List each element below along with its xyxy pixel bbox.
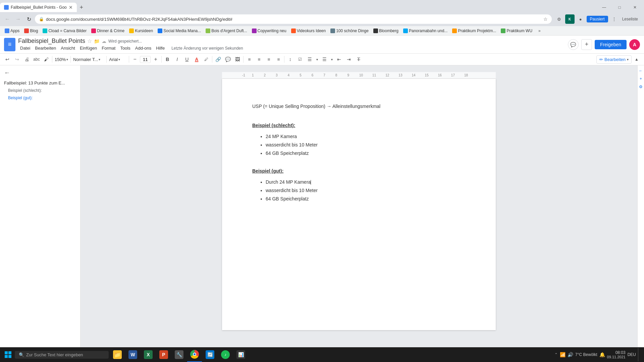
underline-button[interactable]: U <box>182 55 192 64</box>
list-item-3[interactable]: 64 GB Speicherplatz <box>266 150 466 157</box>
bookmark-praktikum2[interactable]: Praktikum WU <box>499 28 534 34</box>
bookmark-social[interactable]: Social Media Mana... <box>156 28 203 34</box>
address-bar[interactable]: 🔒 docs.google.com/document/d/1SWM69Bt4UT… <box>35 14 552 24</box>
bookmark-canva[interactable]: Cload = Canva Bilder <box>41 28 89 34</box>
style-dropdown[interactable]: Normaler T... ▾ <box>72 56 105 63</box>
user-avatar[interactable]: A <box>629 39 640 50</box>
paint-format-button[interactable]: 🖌 <box>42 55 51 64</box>
bookmark-blog[interactable]: Blog <box>22 28 40 34</box>
start-button[interactable] <box>1 348 15 361</box>
image-button[interactable]: 🖼 <box>233 55 242 64</box>
tray-language[interactable]: DEU <box>628 352 636 357</box>
justify-button[interactable]: ≡ <box>274 55 283 64</box>
align-right-button[interactable]: ≡ <box>264 55 273 64</box>
tray-time-date[interactable]: 08:03 09.11.2021 <box>607 350 626 359</box>
decrease-indent-button[interactable]: ⇤ <box>334 55 344 64</box>
reload-button[interactable]: ↻ <box>24 14 34 24</box>
share-button[interactable]: Freigeben <box>595 40 627 49</box>
doc-title[interactable]: Fallbeispiel_Bullet Points <box>18 38 85 45</box>
extension-icon-2[interactable]: ● <box>576 14 585 24</box>
extensions-button[interactable]: ⋮ <box>609 14 619 24</box>
list-item-good-3[interactable]: 64 GB Speicherplatz <box>266 195 466 202</box>
more-bookmarks-button[interactable]: » <box>536 28 543 34</box>
line-spacing-button[interactable]: ↕ <box>285 55 295 64</box>
usp-text[interactable]: USP (= Unique Selling Proposition) → All… <box>252 103 466 110</box>
taskbar-app-explorer[interactable]: 📁 <box>110 347 125 362</box>
extension-icon-kaspersky[interactable]: K <box>565 14 575 24</box>
taskbar-app-sync[interactable]: 🔄 <box>203 347 217 362</box>
number-dropdown[interactable]: ▾ <box>329 55 334 64</box>
taskbar-app-word[interactable]: W <box>125 347 140 362</box>
bookmark-dinner[interactable]: Dinner & Crime <box>89 28 126 34</box>
close-button[interactable]: ✕ <box>627 3 643 12</box>
text-color-button[interactable]: A <box>192 55 201 64</box>
redo-button[interactable]: ↪ <box>12 55 22 64</box>
menu-tools[interactable]: Tools <box>118 45 132 51</box>
collapse-toolbar-button[interactable]: ▲ <box>632 55 641 64</box>
list-item-2[interactable]: wasserdicht bis 10 Meter <box>266 141 466 148</box>
menu-addons[interactable]: Add-ons <box>133 45 153 51</box>
menu-einfuegen[interactable]: Einfügen <box>78 45 99 51</box>
comment-toolbar-button[interactable]: 💬 <box>223 55 232 64</box>
bookmark-panorama[interactable]: Panoramabahn und... <box>401 28 449 34</box>
number-list-button[interactable]: ☰ <box>320 55 329 64</box>
taskbar-app-powerpoint[interactable]: P <box>156 347 171 362</box>
new-tab-button[interactable]: + <box>77 3 86 12</box>
bullet-list-button[interactable]: ☰ <box>305 55 314 64</box>
forward-button[interactable]: → <box>13 14 23 24</box>
zoom-dropdown[interactable]: 150% ▾ <box>53 56 69 63</box>
bookmark-video[interactable]: Videokurs Ideen <box>289 28 328 34</box>
active-tab[interactable]: Fallbeispiel_Bullet Points - Goo ✕ <box>0 3 77 12</box>
align-left-button[interactable]: ≡ <box>245 55 254 64</box>
tray-network-icon[interactable]: 📶 <box>560 352 566 357</box>
bookmark-star-icon[interactable]: ☆ <box>543 16 548 22</box>
tray-chevron[interactable]: ⌃ <box>554 352 558 357</box>
move-to-icon[interactable]: 📁 <box>94 39 100 44</box>
menu-datei[interactable]: Datei <box>18 45 32 51</box>
outline-item-2[interactable]: Beispiel (gut): <box>0 94 80 102</box>
highlight-button[interactable]: 🖊 <box>202 55 211 64</box>
section-bad-title[interactable]: Beispiel (schlecht): <box>252 122 466 129</box>
font-size-increase-button[interactable]: + <box>151 55 160 64</box>
back-button[interactable]: ← <box>3 14 12 24</box>
taskbar-app-monitor[interactable]: 📊 <box>233 347 248 362</box>
list-item-good-1[interactable]: Durch 24 MP Kamera <box>266 179 466 186</box>
link-button[interactable]: 🔗 <box>213 55 223 64</box>
tray-sound-icon[interactable]: 🔊 <box>568 352 573 357</box>
star-icon[interactable]: ☆ <box>87 38 92 44</box>
bookmark-praktikum1[interactable]: Praktikum Projektm... <box>450 28 498 34</box>
taskbar-app-tool[interactable]: 🔧 <box>172 347 186 362</box>
menu-format[interactable]: Format <box>100 45 117 51</box>
taskbar-app-chrome[interactable] <box>187 347 202 362</box>
print-button[interactable]: 🖨 <box>22 55 32 64</box>
taskbar-app-music[interactable]: ♪ <box>218 347 233 362</box>
minimize-button[interactable]: — <box>596 3 612 12</box>
sidebar-back-button[interactable]: ← <box>4 69 10 76</box>
bookmark-kursideen[interactable]: Kursideen <box>127 28 155 34</box>
font-dropdown[interactable]: Arial ▾ <box>108 56 128 63</box>
tray-weather[interactable]: 7°C Bewölkt <box>575 352 597 357</box>
font-size-decrease-button[interactable]: − <box>130 55 140 64</box>
spellcheck-button[interactable]: abc <box>32 55 41 64</box>
menu-hilfe[interactable]: Hilfe <box>154 45 167 51</box>
reading-list-button[interactable]: Leseliste <box>620 16 640 22</box>
bookmark-bois[interactable]: Bois d'Argent Duft... <box>204 28 249 34</box>
italic-button[interactable]: I <box>172 55 182 64</box>
bullet-dropdown[interactable]: ▾ <box>315 55 319 64</box>
align-center-button[interactable]: ≡ <box>254 55 264 64</box>
menu-bearbeiten[interactable]: Bearbeiten <box>33 45 58 51</box>
undo-button[interactable]: ↩ <box>3 55 12 64</box>
bookmark-bloomberg[interactable]: Bloomberg <box>371 28 400 34</box>
right-panel-icon-2[interactable]: + <box>638 76 644 81</box>
list-item-good-2[interactable]: wasserdicht bis 10 Meter <box>266 187 466 194</box>
taskbar-search[interactable]: 🔍 Zur Suche Text hier eingeben <box>15 351 109 359</box>
menu-ansicht[interactable]: Ansicht <box>59 45 77 51</box>
edit-mode-dropdown[interactable]: ✏ Bearbeiten ▾ <box>596 55 632 64</box>
right-panel-icon-1[interactable]: ← <box>638 68 644 73</box>
add-button[interactable]: + <box>581 39 592 50</box>
tab-close-icon[interactable]: ✕ <box>69 5 73 10</box>
show-desktop-button[interactable] <box>638 348 640 361</box>
increase-indent-button[interactable]: ⇥ <box>344 55 354 64</box>
tray-notifications-icon[interactable]: 🔔 <box>599 352 605 357</box>
outline-item-1[interactable]: Beispiel (schlecht): <box>0 87 80 94</box>
